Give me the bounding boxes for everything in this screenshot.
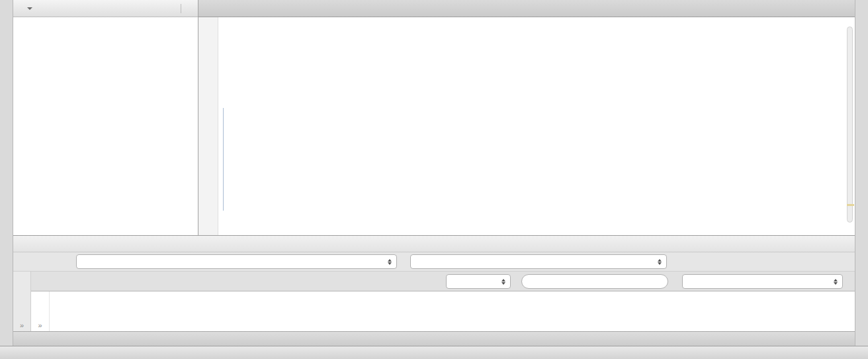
- left-tool-stripe: [0, 0, 13, 346]
- editor-area: [198, 0, 855, 235]
- editor-tab-bar: [198, 0, 855, 17]
- device-toolbar: [13, 252, 855, 272]
- main-column: »: [13, 0, 855, 346]
- process-selector[interactable]: [410, 254, 667, 269]
- android-tool-window: »: [13, 235, 855, 331]
- editor-gutter[interactable]: [198, 17, 218, 235]
- logcat-filter-selector[interactable]: [682, 274, 843, 289]
- right-tool-stripe: [855, 0, 868, 346]
- tool-window-bar: [13, 331, 855, 346]
- project-view-selector[interactable]: [18, 6, 35, 11]
- log-level-selector[interactable]: [446, 274, 511, 289]
- stepper-icon: [498, 279, 505, 285]
- divider: [181, 4, 181, 13]
- chevron-down-icon: [27, 7, 32, 10]
- search-input[interactable]: [531, 277, 662, 286]
- project-tool-window: [13, 0, 198, 235]
- logcat-console: »: [31, 291, 855, 331]
- project-tree: [13, 17, 198, 235]
- logcat-search-field[interactable]: [521, 274, 668, 289]
- device-selector[interactable]: [76, 254, 397, 269]
- stepper-icon: [384, 259, 392, 265]
- more-chevrons-icon[interactable]: »: [20, 322, 24, 329]
- android-studio-window: »: [0, 0, 868, 359]
- stepper-icon: [654, 259, 662, 265]
- more-chevrons-icon[interactable]: »: [38, 322, 42, 329]
- upper-area: [13, 0, 855, 235]
- status-bar: [0, 346, 868, 359]
- project-panel-header: [13, 0, 198, 17]
- editor-scrollbar[interactable]: [847, 26, 853, 223]
- indent-guide: [223, 108, 224, 211]
- error-stripe-mark[interactable]: [847, 204, 854, 206]
- stepper-icon: [830, 279, 838, 285]
- logcat-tab-row: [31, 272, 855, 291]
- logcat-output[interactable]: [50, 291, 855, 331]
- editor-body[interactable]: [198, 17, 855, 235]
- android-panel-titlebar: [13, 236, 855, 252]
- logcat-side-toolbar: »: [31, 291, 50, 331]
- android-panel-side-toolbar: »: [13, 272, 31, 331]
